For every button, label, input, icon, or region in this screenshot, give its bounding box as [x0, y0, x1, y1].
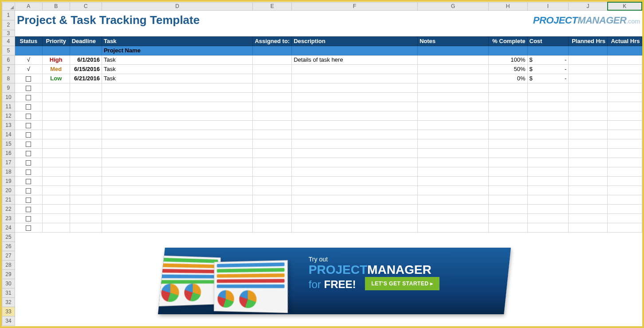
- empty-cell[interactable]: [253, 223, 292, 232]
- status-cell[interactable]: [15, 92, 42, 102]
- col-header-E[interactable]: E: [253, 2, 292, 10]
- col-header-G[interactable]: G: [417, 2, 488, 10]
- row-header-13[interactable]: 13: [2, 120, 15, 130]
- subheader-B[interactable]: [42, 46, 70, 55]
- header-E[interactable]: Assigned to:: [253, 36, 292, 46]
- col-header-B[interactable]: B: [42, 2, 70, 10]
- empty-cell[interactable]: [569, 204, 608, 213]
- empty-cell[interactable]: [417, 213, 488, 223]
- empty-cell[interactable]: [527, 139, 569, 148]
- empty-cell[interactable]: [292, 111, 418, 120]
- empty-cell[interactable]: [70, 167, 102, 176]
- empty-cell[interactable]: [42, 158, 70, 167]
- empty-cell[interactable]: [253, 176, 292, 186]
- row-header-7[interactable]: 7: [2, 64, 15, 74]
- row-header-14[interactable]: 14: [2, 130, 15, 139]
- empty-cell[interactable]: [417, 186, 488, 195]
- empty-cell[interactable]: [292, 102, 418, 111]
- row-header-27[interactable]: 27: [2, 251, 15, 260]
- empty-cell[interactable]: [608, 148, 642, 158]
- promo-banner[interactable]: Try out PROJECTMANAGER for FREE! LET'S G…: [158, 248, 511, 314]
- empty-cell[interactable]: [102, 186, 253, 195]
- col-header-K[interactable]: K: [608, 2, 642, 10]
- empty-cell[interactable]: [608, 111, 642, 120]
- row-header-6[interactable]: 6: [2, 55, 15, 64]
- empty-cell[interactable]: [292, 167, 418, 176]
- empty-cell[interactable]: [417, 167, 488, 176]
- empty-cell[interactable]: [253, 111, 292, 120]
- empty-cell[interactable]: [417, 158, 488, 167]
- assigned-cell[interactable]: [253, 55, 292, 64]
- col-header-D[interactable]: D: [102, 2, 253, 10]
- empty-cell[interactable]: [102, 102, 253, 111]
- empty-cell[interactable]: [527, 167, 569, 176]
- subheader-H[interactable]: [488, 46, 527, 55]
- row-header-33[interactable]: 33: [2, 307, 15, 316]
- subheader-F[interactable]: [292, 46, 418, 55]
- empty-cell[interactable]: [70, 111, 102, 120]
- actual-cell[interactable]: [608, 74, 642, 83]
- empty-cell[interactable]: [569, 92, 608, 102]
- empty-cell[interactable]: [102, 130, 253, 139]
- actual-cell[interactable]: [608, 55, 642, 64]
- cta-button[interactable]: LET'S GET STARTED: [365, 277, 439, 290]
- empty-cell[interactable]: [527, 158, 569, 167]
- actual-cell[interactable]: [608, 64, 642, 74]
- deadline-cell[interactable]: 6/21/2016: [70, 74, 102, 83]
- empty-cell[interactable]: [527, 204, 569, 213]
- empty-cell[interactable]: [292, 186, 418, 195]
- deadline-cell[interactable]: 6/1/2016: [70, 55, 102, 64]
- empty-cell[interactable]: [253, 204, 292, 213]
- status-cell[interactable]: [15, 83, 42, 92]
- header-A[interactable]: Status: [15, 36, 42, 46]
- col-header-H[interactable]: H: [488, 2, 527, 10]
- empty-cell[interactable]: [417, 195, 488, 204]
- notes-cell[interactable]: [417, 74, 488, 83]
- empty-cell[interactable]: [253, 120, 292, 130]
- row-header-31[interactable]: 31: [2, 288, 15, 297]
- empty-cell[interactable]: [527, 120, 569, 130]
- subheader-A[interactable]: [15, 46, 42, 55]
- empty-cell[interactable]: [569, 139, 608, 148]
- row-header-19[interactable]: 19: [2, 176, 15, 186]
- planned-cell[interactable]: [569, 64, 608, 74]
- empty-cell[interactable]: [488, 186, 527, 195]
- cost-cell[interactable]: $-: [527, 64, 569, 74]
- empty-cell[interactable]: [292, 213, 418, 223]
- status-cell[interactable]: [15, 158, 42, 167]
- empty-cell[interactable]: [608, 130, 642, 139]
- subheader-E[interactable]: [253, 46, 292, 55]
- empty-cell[interactable]: [70, 148, 102, 158]
- empty-cell[interactable]: [253, 167, 292, 176]
- header-H[interactable]: % Complete: [488, 36, 527, 46]
- empty-cell[interactable]: [253, 139, 292, 148]
- blank-row[interactable]: [15, 30, 642, 36]
- subheader-J[interactable]: [569, 46, 608, 55]
- empty-cell[interactable]: [417, 83, 488, 92]
- empty-cell[interactable]: [608, 139, 642, 148]
- empty-cell[interactable]: [608, 195, 642, 204]
- select-all-corner[interactable]: [2, 2, 15, 10]
- deadline-cell[interactable]: 6/15/2016: [70, 64, 102, 74]
- empty-cell[interactable]: [102, 223, 253, 232]
- empty-cell[interactable]: [569, 102, 608, 111]
- empty-cell[interactable]: [569, 111, 608, 120]
- empty-cell[interactable]: [488, 102, 527, 111]
- empty-cell[interactable]: [292, 158, 418, 167]
- description-cell[interactable]: [292, 74, 418, 83]
- pct-cell[interactable]: 50%: [488, 64, 527, 74]
- description-cell[interactable]: [292, 64, 418, 74]
- row-header-15[interactable]: 15: [2, 139, 15, 148]
- empty-cell[interactable]: [102, 167, 253, 176]
- empty-cell[interactable]: [488, 111, 527, 120]
- assigned-cell[interactable]: [253, 74, 292, 83]
- description-cell[interactable]: Details of task here: [292, 55, 418, 64]
- col-header-A[interactable]: A: [15, 2, 42, 10]
- status-cell[interactable]: [15, 130, 42, 139]
- cost-cell[interactable]: $-: [527, 55, 569, 64]
- empty-cell[interactable]: [488, 92, 527, 102]
- empty-cell[interactable]: [417, 130, 488, 139]
- empty-cell[interactable]: [292, 120, 418, 130]
- empty-cell[interactable]: [253, 130, 292, 139]
- empty-cell[interactable]: [417, 92, 488, 102]
